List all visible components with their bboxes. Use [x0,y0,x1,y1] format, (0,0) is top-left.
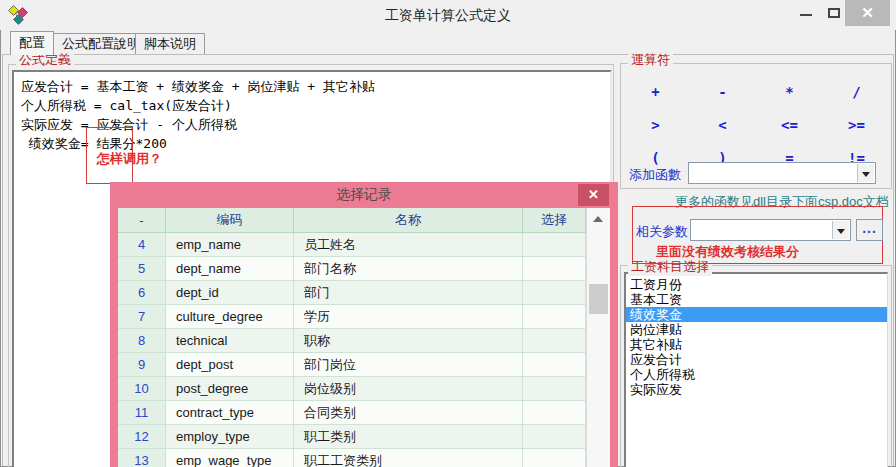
cell-rownum: 9 [118,353,166,377]
cell-name: 岗位级别 [294,377,523,401]
operator-lt[interactable]: < [689,108,756,141]
params-browse-button[interactable]: ... [856,219,883,241]
cell-code: culture_degree [166,305,294,329]
list-item[interactable]: 其它补贴 [626,337,887,352]
table-row[interactable]: 7 culture_degree 学历 [118,305,610,329]
table-row[interactable]: 6 dept_id 部门 [118,281,610,305]
operator-plus[interactable]: + [622,75,689,108]
table-row[interactable]: 13 emp_wage_type 职工工资类别 [118,449,610,467]
cell-rownum: 4 [118,233,166,257]
cell-rownum: 10 [118,377,166,401]
cell-code: contract_type [166,401,294,425]
salary-subjects-listbox: 工资月份 基本工资 绩效奖金 岗位津贴 其它补贴 应发合计 个人所得税 实际应发 [624,272,888,467]
payroll-formula-window: 工资单计算公式定义 ✕ 配置 公式配置說明 脚本说明 公式定義 应发合计 = 基… [0,0,896,467]
operators-grid: + - * / > < <= >= ( ) = != [622,75,890,175]
formula-line: 应发合计 = 基本工资 + 绩效奖金 + 岗位津贴 + 其它补贴 [21,77,603,96]
table-row[interactable]: 12 employ_type 职工类别 [118,425,610,449]
cell-name: 部门岗位 [294,353,523,377]
minimize-icon [800,14,812,16]
window-title: 工资单计算公式定义 [0,7,896,25]
table-scrollbar[interactable] [586,208,610,467]
maximize-button[interactable] [821,0,847,26]
add-function-label: 添加函數 [629,166,681,184]
chevron-down-icon[interactable] [857,164,874,182]
cell-rownum: 5 [118,257,166,281]
close-button[interactable]: ✕ [845,0,890,26]
list-item[interactable]: 应发合计 [626,352,887,367]
table-row[interactable]: 5 dept_name 部门名称 [118,257,610,281]
cell-name: 职称 [294,329,523,353]
operator-le[interactable]: <= [756,108,823,141]
operators-group-title: 運算符 [628,51,673,69]
cell-rownum: 13 [118,449,166,467]
table-row[interactable]: 10 post_degree 岗位级别 [118,377,610,401]
list-item[interactable]: 岗位津贴 [626,322,887,337]
operator-ge[interactable]: >= [823,108,890,141]
cell-rownum: 11 [118,401,166,425]
operator-mul[interactable]: * [756,75,823,108]
cell-code: dept_name [166,257,294,281]
table-row[interactable]: 11 contract_type 合同类别 [118,401,610,425]
cell-rownum: 8 [118,329,166,353]
dialog-title: 选择记录 [110,182,618,208]
minimize-button[interactable] [793,0,819,26]
cell-name: 员工姓名 [294,233,523,257]
cell-code: emp_name [166,233,294,257]
header-rownum[interactable]: - [118,208,166,233]
params-label: 相关参数 [636,223,688,241]
list-item[interactable]: 个人所得税 [626,367,887,382]
cell-select[interactable] [523,305,586,329]
scroll-up-icon[interactable] [587,208,610,228]
cell-name: 学历 [294,305,523,329]
cell-name: 部门 [294,281,523,305]
operator-minus[interactable]: - [689,75,756,108]
table-header-row: - 编码 名称 选择 [118,208,610,233]
header-name[interactable]: 名称 [294,208,523,233]
cell-select[interactable] [523,353,586,377]
add-function-combobox[interactable] [688,162,876,184]
cell-rownum: 6 [118,281,166,305]
cell-name: 合同类别 [294,401,523,425]
cell-code: dept_id [166,281,294,305]
list-item[interactable]: 工资月份 [626,277,887,292]
tab-config[interactable]: 配置 [10,31,54,55]
cell-rownum: 12 [118,425,166,449]
cell-select[interactable] [523,449,586,467]
list-item-selected[interactable]: 绩效奖金 [626,307,887,322]
cell-select[interactable] [523,233,586,257]
operator-div[interactable]: / [823,75,890,108]
no-result-score-annotation: 里面没有绩效考核结果分 [656,243,799,261]
how-to-call-annotation: 怎样调用？ [97,150,162,168]
cell-rownum: 7 [118,305,166,329]
maximize-icon [828,8,840,18]
tab-script-help[interactable]: 脚本说明 [135,33,205,54]
table-row[interactable]: 9 dept_post 部门岗位 [118,353,610,377]
header-code[interactable]: 编码 [166,208,294,233]
cell-name: 职工工资类别 [294,449,523,467]
cell-code: emp_wage_type [166,449,294,467]
cell-name: 部门名称 [294,257,523,281]
title-bar: 工资单计算公式定义 ✕ [0,0,896,30]
cell-select[interactable] [523,425,586,449]
cell-select[interactable] [523,329,586,353]
list-item[interactable]: 实际应发 [626,382,887,397]
table-row[interactable]: 4 emp_name 员工姓名 [118,233,610,257]
header-select[interactable]: 选择 [523,208,586,233]
cell-code: post_degree [166,377,294,401]
table-row[interactable]: 8 technical 职称 [118,329,610,353]
params-combobox[interactable] [690,219,851,241]
cell-code: dept_post [166,353,294,377]
record-table: - 编码 名称 选择 4 emp_name 员工姓名 5 dept_name 部… [118,208,610,467]
list-item[interactable]: 基本工资 [626,292,887,307]
chevron-down-icon[interactable] [832,221,849,239]
cell-select[interactable] [523,377,586,401]
formula-line: 个人所得税 = cal_tax(应发合计) [21,96,603,115]
dialog-close-button[interactable]: ✕ [578,184,609,206]
cell-select[interactable] [523,281,586,305]
cell-select[interactable] [523,257,586,281]
cell-select[interactable] [523,401,586,425]
cell-name: 职工类别 [294,425,523,449]
operator-gt[interactable]: > [622,108,689,141]
scrollbar-thumb[interactable] [589,284,608,314]
cell-code: employ_type [166,425,294,449]
